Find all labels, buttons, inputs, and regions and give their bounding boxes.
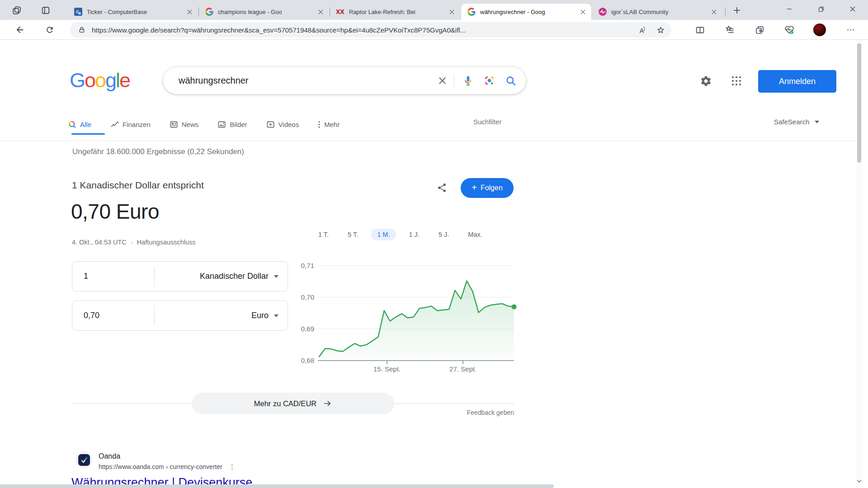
tab-label: Finanzen (123, 121, 151, 128)
result-breadcrumb: https://www.oanda.com › currency-convert… (99, 463, 236, 470)
favorites-bar-icon[interactable] (723, 23, 736, 36)
tab-divider (725, 7, 726, 16)
range-1d[interactable]: 1 T. (312, 229, 335, 240)
scrollbar-thumb[interactable] (857, 43, 861, 163)
feedback-link[interactable]: Feedback geben (455, 409, 514, 416)
conversion-timestamp: 4. Okt., 04:53 UTC · Haftungsausschluss (72, 239, 196, 246)
amount-to-input[interactable]: 0,70 (72, 311, 154, 320)
breadcrumb-text: https://www.oanda.com › currency-convert… (99, 463, 222, 470)
tab-label: Alle (80, 121, 91, 128)
settings-gear-icon[interactable] (699, 74, 712, 88)
tab-close-icon[interactable] (316, 7, 326, 17)
header-divider (0, 141, 856, 141)
tab-close-icon[interactable] (184, 7, 194, 17)
tab-actions-icon[interactable] (40, 5, 52, 16)
amount-from-row: 1 Kanadischer Dollar (72, 261, 288, 291)
timestamp-text: 4. Okt., 04:53 UTC (72, 239, 127, 246)
search-tools-button[interactable]: Suchfilter (473, 118, 502, 126)
search-submit-icon[interactable] (505, 75, 517, 87)
tab-close-icon[interactable] (709, 7, 719, 17)
collections-icon[interactable] (753, 23, 766, 36)
currency-to-select[interactable]: Euro (155, 311, 288, 320)
tab-title: igor´sLAB Community (611, 9, 707, 15)
refresh-icon[interactable] (43, 23, 56, 36)
active-tab-underline (71, 133, 105, 135)
logo-letter: g (105, 69, 116, 92)
tab-label: Mehr (324, 121, 340, 128)
tab-mehr[interactable]: Mehr (318, 114, 340, 135)
google-apps-icon[interactable] (730, 74, 743, 88)
tab-champions-league[interactable]: champions league - Goo (199, 4, 329, 20)
tab-title: währungsrechner - Goog (480, 9, 576, 15)
result-favicon (75, 451, 93, 469)
tab-bilder[interactable]: Bilder (217, 114, 247, 135)
disclaimer-link[interactable]: Haftungsausschluss (137, 239, 196, 246)
range-max[interactable]: Max. (462, 229, 488, 240)
more-cad-eur-button[interactable]: Mehr zu CAD/EUR (192, 393, 394, 414)
range-5y[interactable]: 5 J. (432, 229, 455, 240)
result-options-icon[interactable]: ⋮ (229, 465, 236, 468)
google-icon (467, 8, 476, 16)
workspaces-icon[interactable] (11, 5, 23, 16)
tab-finanzen[interactable]: Finanzen (110, 114, 151, 135)
tab-strip: CB Ticker - ComputerBase champions leagu… (0, 0, 868, 20)
oanda-icon (78, 454, 90, 466)
settings-menu-icon[interactable]: ⋯ (844, 23, 857, 36)
tab-computerbase[interactable]: CB Ticker - ComputerBase (68, 4, 198, 20)
voice-search-icon[interactable] (462, 75, 474, 86)
safesearch-label: SafeSearch (774, 118, 809, 126)
range-1m[interactable]: 1 M. (371, 229, 396, 240)
tab-waehrungsrechner[interactable]: währungsrechner - Goog (461, 4, 591, 20)
profile-avatar[interactable] (813, 23, 826, 36)
tab-close-icon[interactable] (578, 7, 588, 17)
favorite-star-icon[interactable] (656, 26, 665, 34)
range-5d[interactable]: 5 T. (341, 229, 364, 240)
more-label: Mehr zu CAD/EUR (254, 399, 316, 408)
google-lens-icon[interactable] (484, 75, 495, 86)
tab-label: Videos (278, 121, 299, 128)
window-close-button[interactable] (842, 0, 863, 18)
more-dots-icon (318, 120, 321, 129)
google-logo[interactable]: Google (70, 69, 130, 92)
horizontal-scrollbar-thumb[interactable] (0, 484, 554, 488)
logo-letter: o (95, 69, 105, 92)
range-1y[interactable]: 1 J. (402, 229, 425, 240)
scroll-down-icon[interactable] (857, 477, 862, 485)
window-minimize-button[interactable] (779, 0, 800, 18)
tab-news[interactable]: News (170, 114, 199, 135)
read-aloud-icon[interactable]: A) (640, 25, 645, 34)
search-all-icon (68, 120, 76, 129)
tab-videos[interactable]: Videos (266, 114, 299, 135)
logo-letter: o (85, 69, 95, 92)
currency-from-select[interactable]: Kanadischer Dollar (155, 272, 288, 281)
browser-essentials-icon[interactable] (783, 23, 796, 36)
svg-text:27. Sept.: 27. Sept. (449, 365, 476, 373)
exchange-rate-chart[interactable]: 0,710,700,690,6815. Sept.27. Sept. (292, 253, 518, 374)
back-icon[interactable] (14, 23, 26, 36)
split-screen-icon[interactable] (693, 23, 706, 36)
tab-label: Bilder (230, 121, 247, 128)
tab-raptor-lake[interactable]: XX Raptor Lake-Refresh: Bei (330, 4, 460, 20)
search-input[interactable]: währungsrechner (179, 75, 437, 86)
result-type-tabs: Alle Finanzen News Bilder Videos Mehr (68, 114, 359, 135)
address-bar[interactable]: https://www.google.de/search?q=währungsr… (70, 22, 671, 38)
tab-igorslab[interactable]: igor´sLAB Community (592, 4, 722, 20)
new-tab-icon[interactable] (731, 5, 743, 16)
window-restore-button[interactable] (811, 0, 831, 18)
amount-from-input[interactable]: 1 (72, 272, 154, 281)
follow-button[interactable]: + Folgen (461, 178, 514, 198)
svg-text:0,69: 0,69 (301, 325, 314, 333)
conversion-result: 0,70 Euro (71, 199, 159, 224)
share-icon[interactable] (436, 182, 448, 193)
chart-range-buttons: 1 T. 5 T. 1 M. 1 J. 5 J. Max. (312, 229, 495, 240)
tab-close-icon[interactable] (447, 7, 457, 17)
clear-search-icon[interactable] (437, 75, 448, 86)
signin-button[interactable]: Anmelden (758, 70, 836, 93)
currency-from-label: Kanadischer Dollar (200, 272, 269, 281)
result-site-name: Oanda (99, 452, 120, 460)
google-icon (205, 8, 213, 16)
chevron-down-icon (274, 314, 278, 317)
search-box[interactable]: währungsrechner (163, 67, 526, 94)
tab-alle[interactable]: Alle (68, 114, 91, 135)
safesearch-menu[interactable]: SafeSearch (774, 118, 819, 126)
